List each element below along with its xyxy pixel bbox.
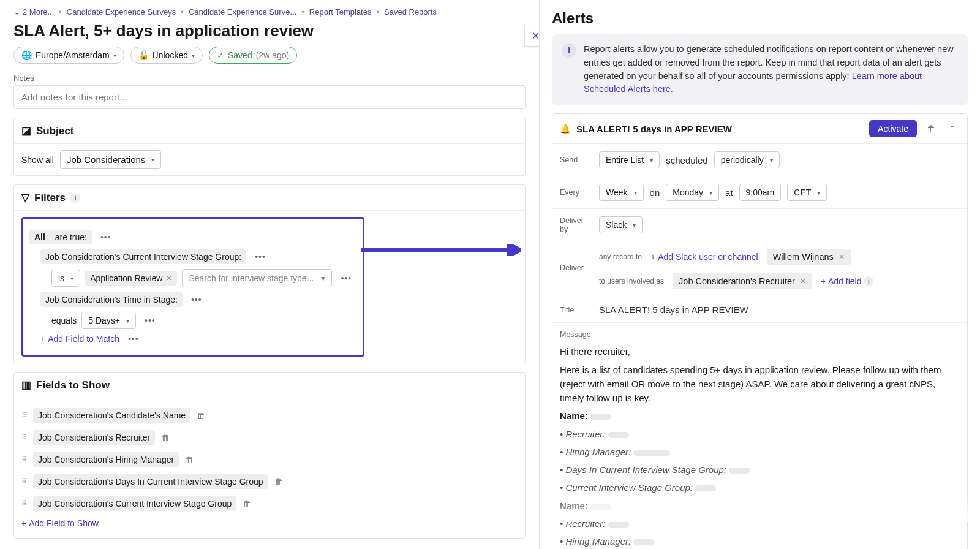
drag-handle-icon[interactable]: ⠿	[21, 455, 27, 464]
filters-section: ▽ Filters i All are true: ••• Job Consid…	[13, 184, 526, 363]
list-item: ⠿ Job Consideration's Current Interview …	[21, 493, 518, 515]
list-item: ⠿ Job Consideration's Recruiter 🗑	[21, 426, 518, 449]
alert-title: SLA ALERT! 5 days in APP REVIEW	[576, 124, 863, 134]
trash-icon[interactable]: 🗑	[243, 499, 251, 509]
on-day-select[interactable]: Monday▾	[666, 184, 719, 201]
recipient-token[interactable]: Willem Wijnans ✕	[767, 249, 851, 265]
remove-icon[interactable]: ✕	[800, 277, 806, 286]
page-title: SLA Alert, 5+ days in application review	[13, 21, 526, 40]
drag-handle-icon[interactable]: ⠿	[21, 477, 27, 486]
add-field-to-show[interactable]: + Add Field to Show	[21, 518, 99, 528]
chevron-down-icon: ▾	[192, 52, 195, 59]
breadcrumb-more[interactable]: ⌄ 2 More...	[13, 7, 54, 17]
globe-icon: 🌐	[21, 50, 32, 60]
periodicity-select[interactable]: periodically▾	[714, 151, 780, 168]
notes-input[interactable]	[13, 85, 526, 109]
on-word: on	[650, 187, 660, 198]
filter-menu-icon[interactable]: •••	[187, 295, 206, 305]
notes-label: Notes	[13, 74, 526, 83]
scheduled-word: scheduled	[666, 155, 707, 165]
trash-icon[interactable]: 🗑	[923, 123, 939, 135]
activate-button[interactable]: Activate	[869, 120, 917, 137]
fields-section: ▥ Fields to Show ⠿ Job Consideration's C…	[13, 372, 526, 539]
cube-icon: ◪	[21, 124, 31, 137]
collapse-icon[interactable]: ⌃	[945, 123, 960, 135]
remove-icon[interactable]: ✕	[166, 274, 172, 282]
filter-menu-icon[interactable]: •••	[124, 334, 143, 344]
save-status: ✓ Saved (2w ago)	[209, 47, 297, 64]
breadcrumb-item[interactable]: Candidate Experience Surveys	[67, 7, 176, 17]
filter-menu-icon[interactable]: •••	[251, 252, 270, 262]
filter-menu-icon[interactable]: •••	[97, 232, 115, 242]
filter-menu-icon[interactable]: •••	[141, 316, 159, 325]
field-chip[interactable]: Job Consideration's Recruiter	[33, 430, 155, 445]
annotation-arrow	[361, 244, 521, 256]
deliver-by-label: Deliver by	[560, 216, 593, 233]
list-item: ⠿ Job Consideration's Candidate's Name 🗑	[21, 404, 518, 426]
columns-icon: ▥	[21, 379, 31, 392]
field-chip[interactable]: Job Consideration's Current Interview St…	[33, 496, 236, 511]
filter-value-chip[interactable]: Application Review ✕	[85, 271, 177, 286]
show-all-label: Show all	[21, 155, 54, 165]
deliver-by-select[interactable]: Slack▾	[599, 216, 643, 233]
trash-icon[interactable]: 🗑	[274, 477, 283, 487]
involved-as-token[interactable]: Job Consideration's Recruiter ✕	[673, 273, 812, 289]
close-icon: ✕	[532, 30, 540, 42]
tz-select[interactable]: CET▾	[787, 184, 827, 201]
subject-select[interactable]: Job Considerations ▾	[60, 150, 161, 169]
chevron-down-icon: ▾	[113, 52, 116, 59]
chevron-down-icon: ▾	[321, 273, 325, 283]
add-field-to-match[interactable]: + Add Field to Match	[40, 334, 119, 344]
drag-handle-icon[interactable]: ⠿	[21, 433, 27, 442]
add-slack-user-link[interactable]: + Add Slack user or channel	[650, 252, 758, 262]
remove-icon[interactable]: ✕	[839, 252, 845, 261]
breadcrumb-item[interactable]: Report Templates	[309, 7, 372, 17]
title-label: Title	[560, 306, 593, 314]
filter-field-label: Job Consideration's Time in Stage:	[40, 292, 183, 307]
info-icon: i	[562, 43, 576, 58]
field-chip[interactable]: Job Consideration's Hiring Manager	[33, 452, 179, 467]
trash-icon[interactable]: 🗑	[161, 433, 170, 442]
list-item: ⠿ Job Consideration's Hiring Manager 🗑	[21, 449, 518, 471]
trash-icon[interactable]: 🗑	[185, 455, 194, 464]
trash-icon[interactable]: 🗑	[197, 411, 205, 420]
timezone-selector[interactable]: 🌐 Europe/Amsterdam ▾	[13, 47, 124, 64]
message-body[interactable]: Message Hi there recruiter, Here is a li…	[552, 323, 967, 549]
deliver-label: Deliver	[560, 263, 593, 272]
filters-highlight-box: All are true: ••• Job Consideration's Cu…	[21, 217, 364, 357]
field-chip[interactable]: Job Consideration's Days In Current Inte…	[33, 474, 268, 489]
plus-icon: +	[21, 518, 26, 528]
alert-card: 🔔 SLA ALERT! 5 days in APP REVIEW Activa…	[552, 113, 968, 549]
info-icon[interactable]: i	[70, 193, 80, 203]
drag-handle-icon[interactable]: ⠿	[21, 411, 27, 420]
any-record-to-label: any record to	[599, 252, 642, 261]
check-icon: ✓	[217, 50, 224, 60]
filter-all-chip[interactable]: All are true:	[29, 230, 92, 244]
send-scope-select[interactable]: Entire List▾	[599, 151, 660, 168]
stage-type-search[interactable]: Search for interview stage type... ▾	[182, 269, 332, 287]
send-label: Send	[560, 156, 593, 164]
time-select[interactable]: 9:00am	[739, 184, 782, 201]
every-label: Every	[560, 188, 593, 197]
close-panel-button[interactable]: ✕	[524, 25, 539, 47]
bell-icon: 🔔	[560, 124, 570, 134]
every-unit-select[interactable]: Week▾	[599, 184, 644, 201]
operator-select[interactable]: is▾	[51, 270, 80, 287]
at-word: at	[725, 187, 733, 198]
breadcrumb-item[interactable]: Candidate Experience Surve...	[189, 7, 296, 17]
breadcrumb-item[interactable]: Saved Reports	[384, 7, 437, 17]
plus-icon: +	[821, 276, 826, 286]
drag-handle-icon[interactable]: ⠿	[21, 499, 27, 508]
add-field-link[interactable]: + Add field i	[821, 276, 874, 286]
alert-title-value[interactable]: SLA ALERT! 5 days in APP REVIEW	[599, 305, 748, 315]
message-label: Message	[560, 329, 960, 341]
plus-icon: +	[40, 334, 45, 344]
duration-select[interactable]: 5 Days+▾	[81, 312, 136, 329]
list-item: ⠿ Job Consideration's Days In Current In…	[21, 471, 518, 493]
info-icon[interactable]: i	[864, 276, 873, 286]
filter-menu-icon[interactable]: •••	[337, 273, 355, 283]
plus-icon: +	[650, 252, 655, 262]
info-callout: i Report alerts allow you to generate sc…	[552, 34, 968, 105]
field-chip[interactable]: Job Consideration's Candidate's Name	[33, 408, 190, 423]
lock-selector[interactable]: 🔓 Unlocked ▾	[130, 47, 203, 64]
